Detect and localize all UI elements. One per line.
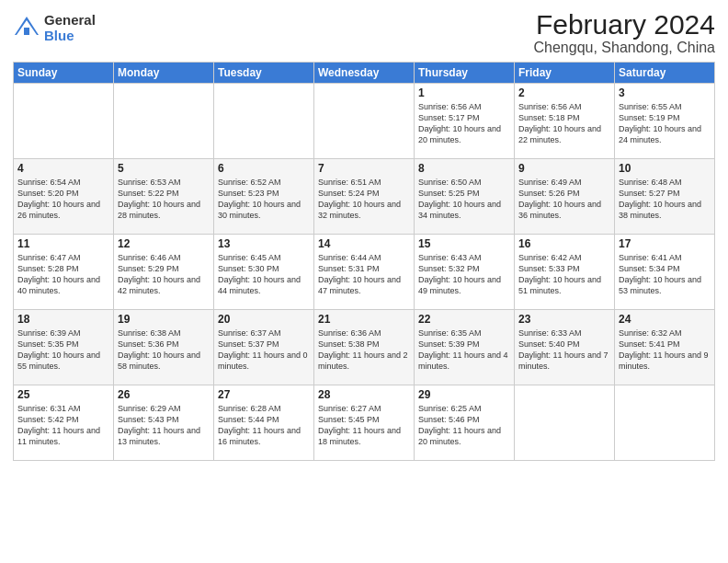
day-info: Sunrise: 6:51 AMSunset: 5:24 PMDaylight:… <box>318 177 410 222</box>
day-info: Sunrise: 6:45 AMSunset: 5:30 PMDaylight:… <box>218 252 310 297</box>
day-number: 17 <box>619 237 711 250</box>
calendar-cell <box>14 84 114 159</box>
calendar-cell: 6Sunrise: 6:52 AMSunset: 5:23 PMDaylight… <box>214 159 314 235</box>
day-number: 6 <box>218 162 310 175</box>
day-number: 8 <box>418 162 510 175</box>
calendar-table: Sunday Monday Tuesday Wednesday Thursday… <box>13 62 715 461</box>
day-info: Sunrise: 6:56 AMSunset: 5:18 PMDaylight:… <box>518 101 610 146</box>
calendar-cell <box>314 84 415 159</box>
day-number: 5 <box>118 162 210 175</box>
calendar-cell: 27Sunrise: 6:28 AMSunset: 5:44 PMDayligh… <box>214 385 314 461</box>
day-info: Sunrise: 6:42 AMSunset: 5:33 PMDaylight:… <box>518 252 610 297</box>
calendar-cell: 25Sunrise: 6:31 AMSunset: 5:42 PMDayligh… <box>14 385 114 461</box>
day-number: 26 <box>118 388 210 401</box>
header-thursday: Thursday <box>415 63 515 84</box>
header-saturday: Saturday <box>615 63 715 84</box>
calendar-cell: 19Sunrise: 6:38 AMSunset: 5:36 PMDayligh… <box>114 310 214 385</box>
sub-title: Chengqu, Shandong, China <box>534 40 716 56</box>
logo-text: General Blue <box>44 13 96 43</box>
header-wednesday: Wednesday <box>314 63 415 84</box>
calendar-cell: 17Sunrise: 6:41 AMSunset: 5:34 PMDayligh… <box>615 235 715 310</box>
calendar-cell: 11Sunrise: 6:47 AMSunset: 5:28 PMDayligh… <box>14 235 114 310</box>
calendar-cell: 15Sunrise: 6:43 AMSunset: 5:32 PMDayligh… <box>415 235 515 310</box>
day-number: 20 <box>218 313 310 326</box>
calendar-cell: 2Sunrise: 6:56 AMSunset: 5:18 PMDaylight… <box>515 84 615 159</box>
header-tuesday: Tuesday <box>214 63 314 84</box>
calendar-cell: 14Sunrise: 6:44 AMSunset: 5:31 PMDayligh… <box>314 235 415 310</box>
day-number: 29 <box>418 388 510 401</box>
day-info: Sunrise: 6:53 AMSunset: 5:22 PMDaylight:… <box>118 177 210 222</box>
page: General Blue February 2024 Chengqu, Shan… <box>0 0 728 563</box>
day-info: Sunrise: 6:41 AMSunset: 5:34 PMDaylight:… <box>619 252 711 297</box>
day-number: 18 <box>17 313 109 326</box>
calendar-week-row: 18Sunrise: 6:39 AMSunset: 5:35 PMDayligh… <box>14 310 715 385</box>
calendar-cell: 29Sunrise: 6:25 AMSunset: 5:46 PMDayligh… <box>415 385 515 461</box>
logo-general: General <box>44 13 96 29</box>
day-number: 7 <box>318 162 410 175</box>
day-number: 21 <box>318 313 410 326</box>
calendar-cell: 28Sunrise: 6:27 AMSunset: 5:45 PMDayligh… <box>314 385 415 461</box>
day-number: 16 <box>518 237 610 250</box>
calendar-cell: 7Sunrise: 6:51 AMSunset: 5:24 PMDaylight… <box>314 159 415 235</box>
calendar-cell: 3Sunrise: 6:55 AMSunset: 5:19 PMDaylight… <box>615 84 715 159</box>
calendar-cell: 16Sunrise: 6:42 AMSunset: 5:33 PMDayligh… <box>515 235 615 310</box>
day-info: Sunrise: 6:54 AMSunset: 5:20 PMDaylight:… <box>17 177 109 222</box>
calendar-header-row: Sunday Monday Tuesday Wednesday Thursday… <box>14 63 715 84</box>
logo-blue: Blue <box>44 29 96 44</box>
calendar-cell: 20Sunrise: 6:37 AMSunset: 5:37 PMDayligh… <box>214 310 314 385</box>
day-info: Sunrise: 6:46 AMSunset: 5:29 PMDaylight:… <box>118 252 210 297</box>
day-info: Sunrise: 6:38 AMSunset: 5:36 PMDaylight:… <box>118 327 210 373</box>
day-number: 22 <box>418 313 510 326</box>
header: General Blue February 2024 Chengqu, Shan… <box>13 9 715 56</box>
calendar-cell: 23Sunrise: 6:33 AMSunset: 5:40 PMDayligh… <box>515 310 615 385</box>
calendar-cell: 12Sunrise: 6:46 AMSunset: 5:29 PMDayligh… <box>114 235 214 310</box>
day-info: Sunrise: 6:27 AMSunset: 5:45 PMDaylight:… <box>318 403 410 448</box>
day-number: 3 <box>619 86 711 99</box>
day-number: 12 <box>118 237 210 250</box>
calendar-cell: 13Sunrise: 6:45 AMSunset: 5:30 PMDayligh… <box>214 235 314 310</box>
main-title: February 2024 <box>534 9 716 40</box>
day-info: Sunrise: 6:32 AMSunset: 5:41 PMDaylight:… <box>619 327 711 373</box>
header-monday: Monday <box>114 63 214 84</box>
day-info: Sunrise: 6:44 AMSunset: 5:31 PMDaylight:… <box>318 252 410 297</box>
logo-icon <box>13 15 40 42</box>
day-info: Sunrise: 6:35 AMSunset: 5:39 PMDaylight:… <box>418 327 510 373</box>
calendar-cell <box>515 385 615 461</box>
day-number: 28 <box>318 388 410 401</box>
day-info: Sunrise: 6:47 AMSunset: 5:28 PMDaylight:… <box>17 252 109 297</box>
calendar-cell <box>615 385 715 461</box>
calendar-cell <box>214 84 314 159</box>
day-info: Sunrise: 6:48 AMSunset: 5:27 PMDaylight:… <box>619 177 711 222</box>
calendar-cell: 26Sunrise: 6:29 AMSunset: 5:43 PMDayligh… <box>114 385 214 461</box>
day-number: 11 <box>17 237 109 250</box>
calendar-cell <box>114 84 214 159</box>
calendar-cell: 10Sunrise: 6:48 AMSunset: 5:27 PMDayligh… <box>615 159 715 235</box>
calendar-cell: 1Sunrise: 6:56 AMSunset: 5:17 PMDaylight… <box>415 84 515 159</box>
day-number: 27 <box>218 388 310 401</box>
day-number: 9 <box>518 162 610 175</box>
header-friday: Friday <box>515 63 615 84</box>
calendar-cell: 18Sunrise: 6:39 AMSunset: 5:35 PMDayligh… <box>14 310 114 385</box>
calendar-cell: 24Sunrise: 6:32 AMSunset: 5:41 PMDayligh… <box>615 310 715 385</box>
calendar-cell: 5Sunrise: 6:53 AMSunset: 5:22 PMDaylight… <box>114 159 214 235</box>
day-info: Sunrise: 6:31 AMSunset: 5:42 PMDaylight:… <box>17 403 109 448</box>
day-info: Sunrise: 6:43 AMSunset: 5:32 PMDaylight:… <box>418 252 510 297</box>
day-number: 1 <box>418 86 510 99</box>
day-info: Sunrise: 6:36 AMSunset: 5:38 PMDaylight:… <box>318 327 410 373</box>
calendar-cell: 22Sunrise: 6:35 AMSunset: 5:39 PMDayligh… <box>415 310 515 385</box>
day-number: 24 <box>619 313 711 326</box>
calendar-week-row: 4Sunrise: 6:54 AMSunset: 5:20 PMDaylight… <box>14 159 715 235</box>
day-number: 25 <box>17 388 109 401</box>
day-number: 23 <box>518 313 610 326</box>
day-info: Sunrise: 6:25 AMSunset: 5:46 PMDaylight:… <box>418 403 510 448</box>
calendar-week-row: 25Sunrise: 6:31 AMSunset: 5:42 PMDayligh… <box>14 385 715 461</box>
day-number: 10 <box>619 162 711 175</box>
day-info: Sunrise: 6:56 AMSunset: 5:17 PMDaylight:… <box>418 101 510 146</box>
day-info: Sunrise: 6:37 AMSunset: 5:37 PMDaylight:… <box>218 327 310 373</box>
logo: General Blue <box>13 13 96 43</box>
day-info: Sunrise: 6:28 AMSunset: 5:44 PMDaylight:… <box>218 403 310 448</box>
day-number: 2 <box>518 86 610 99</box>
day-number: 4 <box>17 162 109 175</box>
header-sunday: Sunday <box>14 63 114 84</box>
day-info: Sunrise: 6:52 AMSunset: 5:23 PMDaylight:… <box>218 177 310 222</box>
